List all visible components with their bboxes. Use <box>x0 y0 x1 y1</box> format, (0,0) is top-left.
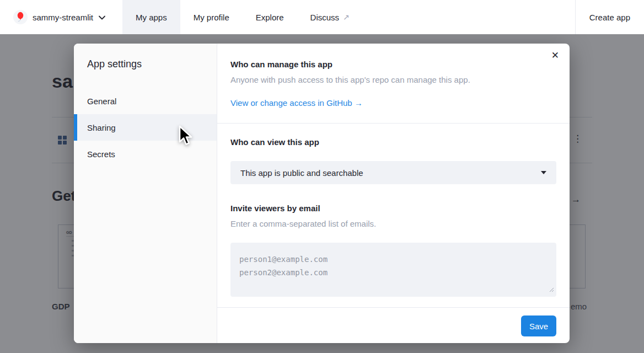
sidebar-item-secrets[interactable]: Secrets <box>74 141 217 167</box>
close-icon[interactable]: ✕ <box>551 50 559 61</box>
chevron-down-icon <box>99 12 105 22</box>
nav-tab-discuss[interactable]: Discuss ↗ <box>297 0 363 34</box>
invite-section-title: Invite viewers by email <box>230 203 556 214</box>
workspace-name: sammy-streamlit <box>33 13 93 22</box>
visibility-dropdown[interactable]: This app is public and searchable <box>230 161 556 184</box>
invite-emails-textarea[interactable] <box>230 243 556 297</box>
invite-section: Invite viewers by email Enter a comma-se… <box>217 184 570 297</box>
app-settings-modal: App settings General Sharing Secrets ✕ W… <box>74 44 570 343</box>
streamlit-balloon-icon <box>13 10 28 24</box>
sidebar-item-general[interactable]: General <box>74 88 217 114</box>
visibility-dropdown-value: This app is public and searchable <box>240 168 363 178</box>
manage-section-title: Who can manage this app <box>230 59 556 70</box>
sharing-panel: ✕ Who can manage this app Anyone with pu… <box>217 44 570 343</box>
create-app-button[interactable]: Create app <box>575 0 644 34</box>
sidebar-item-sharing[interactable]: Sharing <box>74 114 217 141</box>
nav-tab-explore[interactable]: Explore <box>243 0 297 34</box>
settings-sidebar: App settings General Sharing Secrets <box>74 44 217 343</box>
view-section: Who can view this app This app is public… <box>217 124 570 184</box>
modal-title: App settings <box>74 44 217 70</box>
arrow-right-icon: → <box>355 98 363 108</box>
manage-section-description: Anyone with push access to this app's re… <box>230 74 556 85</box>
invite-section-description: Enter a comma-separated list of emails. <box>230 218 556 229</box>
modal-footer: Save <box>217 307 570 343</box>
manage-section: Who can manage this app Anyone with push… <box>217 44 570 123</box>
nav-tab-my-apps[interactable]: My apps <box>122 0 180 34</box>
dropdown-caret-icon <box>541 171 546 174</box>
external-link-icon: ↗ <box>343 13 350 22</box>
top-navbar: sammy-streamlit My apps My profile Explo… <box>0 0 644 34</box>
save-button[interactable]: Save <box>521 315 556 336</box>
view-section-title: Who can view this app <box>230 137 556 148</box>
github-access-link[interactable]: View or change access in GitHub → <box>230 98 363 109</box>
nav-tab-my-profile[interactable]: My profile <box>180 0 243 34</box>
resize-handle-icon[interactable] <box>549 285 554 295</box>
workspace-switcher[interactable]: sammy-streamlit <box>0 0 122 34</box>
